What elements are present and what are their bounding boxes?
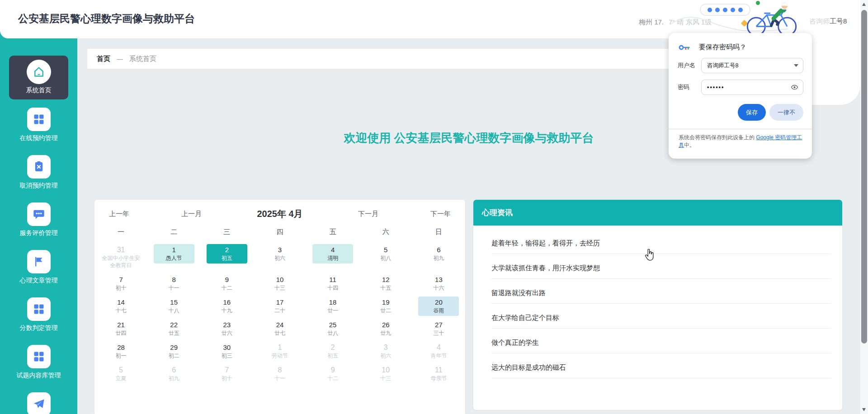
- day-number: 30: [207, 343, 247, 352]
- news-item[interactable]: 趁着年轻，输得起，看得开，去经历: [491, 229, 831, 254]
- calendar-day-cell[interactable]: 30初三: [200, 341, 253, 363]
- calendar-day-cell[interactable]: 5立夏: [94, 363, 147, 389]
- calendar-day-cell[interactable]: 12十五: [359, 273, 412, 296]
- news-item[interactable]: 远大的目标是成功的磁石: [491, 353, 831, 378]
- calendar-day-cell[interactable]: 7初十: [94, 273, 147, 296]
- weekday-label: 四: [253, 228, 306, 243]
- calendar-day-cell[interactable]: 18廿一: [307, 296, 359, 318]
- calendar-day-content: 25廿八: [312, 319, 353, 339]
- calendar-day-cell[interactable]: 6初九: [147, 363, 200, 389]
- calendar-day-cell[interactable]: 4清明: [307, 243, 359, 273]
- calendar-day-cell[interactable]: 6初九: [412, 243, 465, 273]
- sidebar-item-取消预约管理[interactable]: 取消预约管理: [0, 155, 77, 190]
- scrollbar-up-arrow[interactable]: [862, 3, 866, 6]
- day-lunar-label: 愚人节: [154, 254, 194, 262]
- scrollbar-thumb[interactable]: [861, 10, 867, 343]
- sidebar-item-分数判定管理[interactable]: 分数判定管理: [0, 297, 77, 332]
- day-lunar-label: 初二: [154, 352, 194, 359]
- day-number: 16: [207, 298, 247, 307]
- day-lunar-label: 初三: [207, 352, 247, 359]
- sidebar-item-more[interactable]: [0, 392, 77, 414]
- calendar-day-cell[interactable]: 2初五: [200, 243, 253, 273]
- calendar-day-cell[interactable]: 9十二: [200, 273, 253, 296]
- calendar-next-month-button[interactable]: 下一月: [358, 210, 378, 218]
- sidebar-item-服务评价管理[interactable]: 服务评价管理: [0, 202, 77, 237]
- calendar-next-year-button[interactable]: 下一年: [430, 210, 451, 218]
- calendar-day-cell[interactable]: 28初一: [94, 341, 147, 363]
- calendar-day-content: 31全国中小学生安全教育日: [101, 244, 142, 271]
- calendar-day-cell[interactable]: 15十八: [147, 296, 200, 318]
- calendar-day-content: 11十四: [312, 274, 353, 293]
- flag-icon: [27, 250, 51, 273]
- news-item[interactable]: 留退路就没有出路: [491, 279, 831, 304]
- day-lunar-label: 青年节: [418, 352, 459, 359]
- day-lunar-label: 初八: [365, 254, 406, 262]
- calendar-day-cell[interactable]: 11母亲节: [412, 363, 465, 389]
- username-select[interactable]: 咨询师工号8: [701, 58, 803, 73]
- calendar-day-cell[interactable]: 29初二: [147, 341, 200, 363]
- sidebar-item-label: 系统首页: [9, 86, 68, 94]
- calendar-day-cell[interactable]: 5初八: [359, 243, 412, 273]
- current-user[interactable]: 咨询师工号8: [809, 17, 847, 26]
- calendar-day-cell[interactable]: 10十三: [253, 273, 306, 296]
- weekday-label: 二: [147, 228, 200, 243]
- calendar-day-cell[interactable]: 25廿八: [307, 318, 359, 341]
- calendar-day-content: 21廿四: [101, 319, 142, 339]
- day-number: 24: [259, 320, 300, 329]
- sidebar-item-在线预约管理[interactable]: 在线预约管理: [0, 108, 77, 142]
- calendar-day-cell[interactable]: 9十二: [307, 363, 359, 389]
- calendar-day-cell[interactable]: 14十七: [94, 296, 147, 318]
- calendar-day-content: 24廿七: [259, 319, 300, 339]
- calendar-day-cell[interactable]: 8十一: [147, 273, 200, 296]
- calendar-day-cell[interactable]: 27三十: [412, 318, 465, 341]
- day-lunar-label: 十一: [154, 284, 194, 292]
- day-number: 29: [154, 343, 194, 352]
- calendar-day-cell[interactable]: 31全国中小学生安全教育日: [94, 243, 147, 273]
- calendar-day-cell[interactable]: 8十一: [253, 363, 306, 389]
- calendar-day-cell[interactable]: 24廿七: [253, 318, 306, 341]
- day-lunar-label: 廿一: [312, 307, 353, 314]
- password-field[interactable]: ••••••: [701, 80, 803, 95]
- sidebar-item-试题内容库管理[interactable]: 试题内容库管理: [0, 345, 77, 380]
- news-item[interactable]: 做个真正的学生: [491, 329, 831, 353]
- calendar-day-cell[interactable]: 3初六: [359, 341, 412, 363]
- calendar-day-cell[interactable]: 16十九: [200, 296, 253, 318]
- sidebar-item-系统首页[interactable]: 系统首页: [9, 56, 68, 99]
- calendar-day-cell[interactable]: 1劳动节: [253, 341, 306, 363]
- calendar-day-cell[interactable]: 21廿四: [94, 318, 147, 341]
- day-number: 17: [259, 298, 300, 307]
- calendar-day-cell[interactable]: 4青年节: [412, 341, 465, 363]
- news-item[interactable]: 大学就该抓住青春，用汗水实现梦想: [491, 254, 831, 279]
- calendar-day-cell[interactable]: 11十四: [307, 273, 359, 296]
- calendar-day-cell[interactable]: 13十六: [412, 273, 465, 296]
- scrollbar-down-arrow[interactable]: [862, 408, 866, 411]
- never-button[interactable]: 一律不: [769, 104, 803, 121]
- calendar-day-cell[interactable]: 20谷雨: [412, 296, 465, 318]
- calendar-day-cell[interactable]: 2初五: [307, 341, 359, 363]
- day-number: 28: [101, 343, 142, 352]
- calendar-day-cell[interactable]: 17二十: [253, 296, 306, 318]
- calendar-day-cell[interactable]: 1愚人节: [147, 243, 200, 273]
- calendar-day-content: 8十一: [259, 364, 300, 384]
- calendar-day-cell[interactable]: 3初六: [253, 243, 306, 273]
- calendar-day-content: 1愚人节: [154, 244, 194, 263]
- calendar-day-content: 2初五: [207, 244, 247, 263]
- news-item[interactable]: 在大学给自己定个目标: [491, 304, 831, 329]
- sidebar-item-心理文章管理[interactable]: 心理文章管理: [0, 250, 77, 285]
- calendar-day-content: 9十二: [312, 364, 353, 384]
- save-button[interactable]: 保存: [738, 104, 766, 121]
- calendar-day-cell[interactable]: 19廿二: [359, 296, 412, 318]
- calendar-day-cell[interactable]: 7初十: [200, 363, 253, 389]
- calendar-day-cell[interactable]: 23廿六: [200, 318, 253, 341]
- day-lunar-label: 十二: [312, 375, 353, 382]
- calendar-day-cell[interactable]: 26廿九: [359, 318, 412, 341]
- day-number: 25: [312, 320, 353, 329]
- calendar-day-cell[interactable]: 10十三: [359, 363, 412, 389]
- breadcrumb-home[interactable]: 首页: [97, 55, 110, 63]
- chevron-down-icon[interactable]: [794, 64, 798, 67]
- day-number: 2: [312, 343, 353, 352]
- day-number: 6: [154, 366, 194, 375]
- calendar-day-cell[interactable]: 22廿五: [147, 318, 200, 341]
- calendar-day-content: 10十三: [259, 274, 300, 293]
- eye-icon[interactable]: [791, 84, 798, 90]
